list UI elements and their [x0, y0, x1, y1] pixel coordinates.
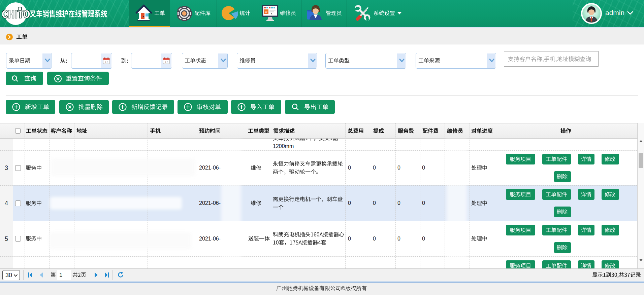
- svg-text:17: 17: [165, 60, 168, 64]
- svg-text:w: w: [265, 10, 267, 13]
- svg-text:17: 17: [105, 60, 108, 64]
